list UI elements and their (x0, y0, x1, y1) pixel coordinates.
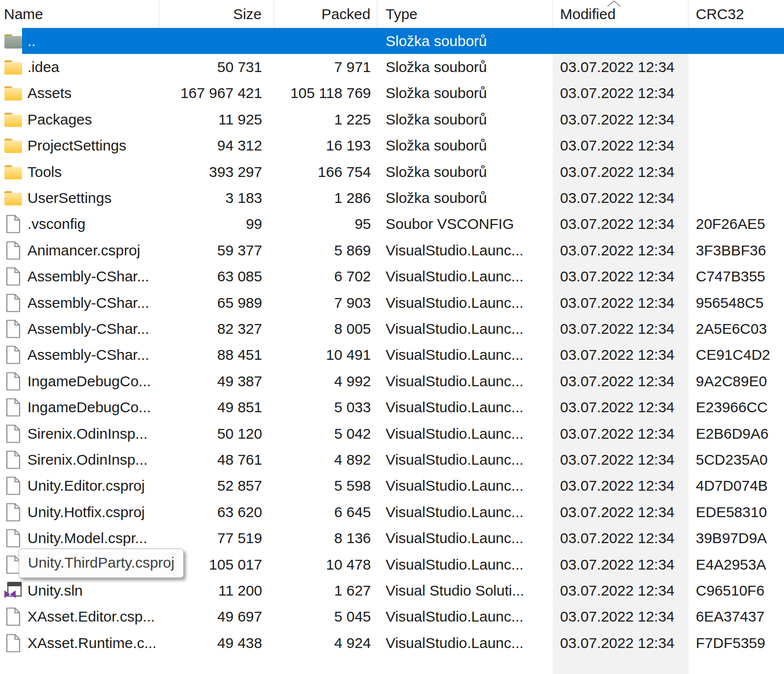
packed-cell: 166 754 (274, 159, 377, 185)
file-icon (1, 241, 25, 260)
size-cell: 63 620 (159, 499, 274, 525)
name-cell: Unity.Model.cspr... (0, 525, 159, 551)
crc32-cell: 5CD235A0 (688, 447, 784, 473)
table-row[interactable]: Assets167 967 421105 118 769Složka soubo… (0, 80, 784, 106)
crc32-cell (688, 106, 784, 132)
packed-cell: 4 892 (274, 447, 377, 473)
type-cell: VisualStudio.Launc... (377, 473, 553, 499)
file-name: XAsset.Runtime.c... (27, 635, 156, 651)
column-header-crc32[interactable]: CRC32 (688, 0, 784, 28)
file-name: Assembly-CShar... (27, 268, 149, 285)
size-cell: 99 (159, 211, 274, 237)
name-cell: IngameDebugCo... (0, 394, 159, 420)
modified-cell: 03.07.2022 12:34 (553, 368, 688, 394)
packed-cell: 5 042 (274, 421, 377, 447)
file-icon (1, 450, 25, 469)
size-cell: 49 438 (159, 630, 274, 656)
file-name: UserSettings (27, 190, 112, 206)
table-row[interactable]: UserSettings3 1831 286Složka souborů03.0… (0, 185, 784, 211)
file-icon (1, 634, 25, 652)
folder-icon (1, 164, 25, 180)
packed-cell: 10 478 (274, 551, 377, 577)
table-row[interactable]: IngameDebugCo...49 3874 992VisualStudio.… (0, 368, 784, 394)
crc32-cell: E23966CC (688, 394, 784, 420)
table-row[interactable]: ..Složka souborů (0, 28, 784, 54)
column-header-label: Packed (321, 6, 370, 23)
table-row[interactable]: Unity.sln11 2001 627Visual Studio Soluti… (0, 577, 784, 603)
table-row[interactable]: Unity.Editor.csproj52 8575 598VisualStud… (0, 473, 784, 499)
file-name: Unity.sln (27, 582, 83, 599)
modified-cell: 03.07.2022 12:34 (553, 316, 688, 342)
file-name: Assembly-CShar... (27, 295, 149, 311)
file-name: Tools (27, 164, 62, 180)
table-row[interactable]: Packages11 9251 225Složka souborů03.07.2… (0, 106, 784, 132)
packed-cell: 5 598 (274, 473, 377, 499)
crc32-cell (688, 54, 784, 80)
size-cell: 3 183 (159, 185, 274, 211)
modified-cell: 03.07.2022 12:34 (553, 604, 688, 630)
modified-cell: 03.07.2022 12:34 (553, 551, 688, 577)
file-icon (1, 529, 25, 548)
column-header-name[interactable]: Name (0, 0, 159, 28)
table-row[interactable]: Assembly-CShar...82 3278 005VisualStudio… (0, 316, 784, 342)
table-row[interactable]: Assembly-CShar...88 45110 491VisualStudi… (0, 342, 784, 368)
modified-cell: 03.07.2022 12:34 (553, 473, 688, 499)
packed-cell: 8 005 (274, 316, 377, 342)
name-cell: Assembly-CShar... (0, 290, 159, 316)
name-cell: ProjectSettings (0, 133, 159, 159)
table-row[interactable]: Assembly-CShar...63 0856 702VisualStudio… (0, 264, 784, 290)
table-row[interactable]: Sirenix.OdinInsp...50 1205 042VisualStud… (0, 421, 784, 447)
modified-cell: 03.07.2022 12:34 (553, 394, 688, 420)
file-name: IngameDebugCo... (27, 373, 151, 390)
column-header-packed[interactable]: Packed (274, 0, 377, 28)
size-cell: 59 377 (159, 237, 274, 263)
folder-icon (1, 137, 25, 154)
file-name: Unity.Hotfix.csproj (27, 504, 145, 521)
file-icon (1, 476, 25, 495)
table-row[interactable]: Animancer.csproj59 3775 869VisualStudio.… (0, 237, 784, 263)
name-cell: Unity.Hotfix.csproj (0, 499, 159, 525)
packed-cell: 1 225 (274, 106, 377, 132)
packed-cell: 5 869 (274, 237, 377, 263)
table-row[interactable]: IngameDebugCo...49 8515 033VisualStudio.… (0, 394, 784, 420)
size-cell: 63 085 (159, 264, 274, 290)
type-cell: Složka souborů (377, 80, 553, 106)
table-row[interactable]: ProjectSettings94 31216 193Složka soubor… (0, 133, 784, 159)
file-name: .. (27, 33, 36, 50)
size-cell: 50 120 (159, 421, 274, 447)
size-cell: 49 697 (159, 604, 274, 630)
table-row[interactable]: Assembly-CShar...65 9897 903VisualStudio… (0, 290, 784, 316)
file-name: .vsconfig (27, 216, 85, 232)
type-cell: VisualStudio.Launc... (377, 525, 553, 551)
type-cell: VisualStudio.Launc... (377, 499, 553, 525)
table-row[interactable]: .vsconfig9995Soubor VSCONFIG03.07.2022 1… (0, 211, 784, 237)
table-row[interactable]: Sirenix.OdinInsp...48 7614 892VisualStud… (0, 447, 784, 473)
modified-cell: 03.07.2022 12:34 (553, 211, 688, 237)
modified-cell: 03.07.2022 12:34 (553, 106, 688, 132)
size-cell: 65 989 (159, 290, 274, 316)
column-header-size[interactable]: Size (159, 0, 274, 28)
table-row[interactable]: Tools393 297166 754Složka souborů03.07.2… (0, 159, 784, 185)
table-row[interactable]: XAsset.Runtime.c...49 4384 924VisualStud… (0, 630, 784, 656)
file-icon (1, 372, 25, 391)
type-cell: Složka souborů (377, 159, 553, 185)
packed-cell: 4 992 (274, 368, 377, 394)
file-name: Sirenix.OdinInsp... (27, 425, 147, 442)
name-cell: XAsset.Runtime.c... (0, 630, 159, 656)
packed-cell: 10 491 (274, 342, 377, 368)
name-cell: Assembly-CShar... (0, 316, 159, 342)
file-name: Animancer.csproj (27, 242, 140, 259)
modified-cell: 03.07.2022 12:34 (553, 133, 688, 159)
type-cell: VisualStudio.Launc... (377, 394, 553, 420)
type-cell: VisualStudio.Launc... (377, 342, 553, 368)
name-cell: Packages (0, 106, 159, 132)
table-row[interactable]: Unity.Hotfix.csproj63 6206 645VisualStud… (0, 499, 784, 525)
archive-file-list-window: NameSizePackedTypeModifiedCRC32 ..Složka… (0, 0, 784, 674)
table-row[interactable]: XAsset.Editor.csp...49 6975 045VisualStu… (0, 604, 784, 630)
table-row[interactable]: .idea50 7317 971Složka souborů03.07.2022… (0, 54, 784, 80)
vs-solution-icon (1, 581, 25, 600)
packed-cell: 1 627 (274, 577, 377, 603)
column-header-type[interactable]: Type (377, 0, 553, 28)
table-row[interactable]: Unity.Model.cspr...77 5198 136VisualStud… (0, 525, 784, 551)
file-name: Unity.Editor.csproj (27, 477, 145, 494)
